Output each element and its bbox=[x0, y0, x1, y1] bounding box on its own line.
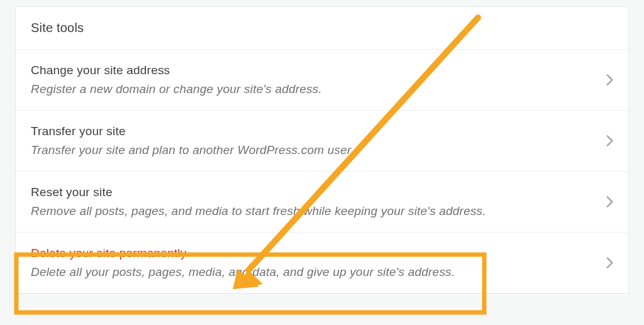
row-text: Delete your site permanently Delete all … bbox=[31, 246, 601, 279]
row-change-address[interactable]: Change your site address Register a new … bbox=[16, 50, 628, 111]
chevron-right-icon bbox=[601, 254, 618, 272]
row-title: Reset your site bbox=[31, 185, 601, 199]
row-title: Transfer your site bbox=[31, 124, 601, 138]
row-text: Reset your site Remove all posts, pages,… bbox=[31, 185, 601, 218]
row-title: Delete your site permanently bbox=[31, 246, 601, 260]
row-text: Transfer your site Transfer your site an… bbox=[31, 124, 601, 157]
row-desc: Transfer your site and plan to another W… bbox=[31, 143, 601, 157]
row-title: Change your site address bbox=[31, 63, 601, 77]
row-transfer-site[interactable]: Transfer your site Transfer your site an… bbox=[16, 111, 628, 172]
section-title: Site tools bbox=[31, 21, 613, 35]
chevron-right-icon bbox=[601, 71, 618, 89]
row-reset-site[interactable]: Reset your site Remove all posts, pages,… bbox=[16, 172, 628, 233]
section-header: Site tools bbox=[16, 7, 628, 50]
row-text: Change your site address Register a new … bbox=[31, 63, 601, 96]
chevron-right-icon bbox=[601, 132, 618, 150]
chevron-right-icon bbox=[601, 193, 618, 211]
row-delete-site[interactable]: Delete your site permanently Delete all … bbox=[16, 233, 628, 293]
site-tools-panel: Site tools Change your site address Regi… bbox=[15, 6, 629, 294]
row-desc: Register a new domain or change your sit… bbox=[31, 82, 601, 96]
row-desc: Remove all posts, pages, and media to st… bbox=[31, 204, 601, 218]
row-desc: Delete all your posts, pages, media, and… bbox=[31, 265, 601, 279]
